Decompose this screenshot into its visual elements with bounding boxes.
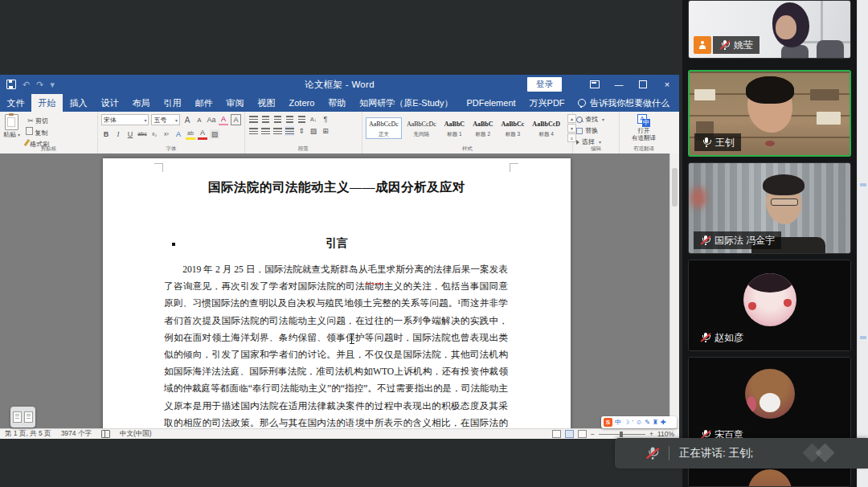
style-normal[interactable]: AaBbCcDc正文 bbox=[366, 117, 402, 139]
decrease-indent-icon[interactable] bbox=[285, 114, 294, 124]
font-color-button[interactable]: A bbox=[198, 128, 207, 140]
tab-zotero[interactable]: Zotero bbox=[282, 94, 321, 112]
ime-emoji-icon[interactable]: ☺ bbox=[636, 419, 642, 426]
tab-design[interactable]: 设计 bbox=[94, 94, 125, 112]
youdao-translate-button[interactable]: A中 打开有道翻译 bbox=[623, 114, 665, 141]
change-case-icon[interactable]: Aa bbox=[207, 115, 216, 125]
clear-formatting-icon[interactable]: A bbox=[219, 114, 228, 125]
shading-icon[interactable]: ▨ bbox=[309, 126, 318, 136]
copy-button[interactable]: 复制 bbox=[26, 127, 49, 137]
numbering-icon[interactable] bbox=[260, 114, 270, 124]
tab-mailings[interactable]: 邮件 bbox=[188, 94, 219, 112]
character-border-icon[interactable]: A bbox=[231, 114, 241, 125]
close-button[interactable]: × bbox=[655, 75, 679, 94]
redo-icon[interactable]: ↷ bbox=[36, 80, 43, 90]
read-mode-icon[interactable] bbox=[552, 430, 561, 438]
style-heading4[interactable]: AaBbCcD标题 4 bbox=[529, 117, 563, 139]
language-indicator[interactable]: 中文(中国) bbox=[120, 429, 152, 439]
save-icon[interactable] bbox=[6, 80, 16, 89]
zoom-slider-handle[interactable] bbox=[620, 432, 623, 437]
underline-button[interactable]: U bbox=[125, 129, 135, 139]
superscript-button[interactable]: x² bbox=[162, 129, 171, 139]
tab-help[interactable]: 帮助 bbox=[321, 94, 353, 112]
multilevel-list-icon[interactable] bbox=[272, 114, 282, 124]
style-heading1[interactable]: AaBbC标题 1 bbox=[441, 117, 468, 139]
borders-icon[interactable]: ⊞ bbox=[321, 126, 330, 136]
italic-button[interactable]: I bbox=[113, 129, 123, 139]
zoom-out-button[interactable]: − bbox=[591, 430, 595, 438]
text-effects-icon[interactable]: A bbox=[174, 129, 183, 139]
ime-skin-icon[interactable]: ♜ bbox=[653, 419, 658, 426]
participant-tile-wangzhao[interactable]: 王钊 bbox=[688, 70, 851, 157]
zoom-in-button[interactable]: + bbox=[649, 430, 653, 438]
participant-tile-yaoying[interactable]: 姚莹 bbox=[688, 0, 851, 59]
grow-font-icon[interactable]: A bbox=[182, 115, 192, 125]
document-canvas[interactable]: 国际法院的司法能动主义——成因分析及应对 引言 2019 年 2 月 25 日，… bbox=[0, 153, 679, 428]
scrollbar-thumb[interactable] bbox=[672, 168, 678, 207]
undo-icon[interactable]: ↶ bbox=[23, 80, 30, 90]
ime-halfwidth-icon[interactable]: ☽ bbox=[624, 419, 629, 426]
justify-icon[interactable] bbox=[285, 126, 294, 136]
align-left-icon[interactable] bbox=[248, 126, 258, 136]
participant-tile-fengjinyu[interactable]: 国际法 冯金宇 bbox=[688, 162, 851, 254]
tab-review[interactable]: 审阅 bbox=[219, 94, 251, 112]
character-shading-icon[interactable]: ▨ bbox=[210, 129, 219, 139]
web-layout-icon[interactable] bbox=[578, 430, 587, 438]
style-no-spacing[interactable]: AaBbCcDc无间隔 bbox=[403, 117, 440, 139]
tab-view[interactable]: 视图 bbox=[251, 94, 282, 112]
sogou-logo-icon[interactable]: S bbox=[604, 418, 612, 427]
paste-button[interactable]: 粘贴▾ bbox=[3, 114, 20, 139]
tab-insert[interactable]: 插入 bbox=[63, 94, 94, 112]
tab-file[interactable]: 文件 bbox=[0, 94, 31, 112]
highlight-color-button[interactable]: ab bbox=[186, 128, 195, 140]
ime-lang-icon[interactable]: 中 bbox=[615, 419, 621, 426]
minimize-button[interactable]: — bbox=[607, 75, 631, 94]
bold-button[interactable]: B bbox=[101, 129, 111, 139]
style-heading2[interactable]: AaBbC标题 2 bbox=[469, 117, 496, 139]
print-layout-icon[interactable] bbox=[565, 430, 574, 438]
align-right-icon[interactable] bbox=[272, 126, 282, 136]
word-count[interactable]: 3974 个字 bbox=[61, 429, 92, 439]
find-button[interactable]: 查找▾ bbox=[576, 115, 616, 124]
replace-button[interactable]: 替换 bbox=[576, 126, 616, 135]
strikethrough-button[interactable]: abc bbox=[137, 129, 147, 139]
cut-button[interactable]: ✂剪切 bbox=[26, 116, 49, 125]
style-heading3[interactable]: AaBbCc标题 3 bbox=[497, 117, 527, 139]
increase-indent-icon[interactable] bbox=[297, 114, 306, 124]
restore-button[interactable] bbox=[631, 75, 655, 94]
ribbon-group-paragraph: A↓ ¶ ⇕ ▨ ⊞ 段落 bbox=[245, 112, 362, 153]
proofing-icon[interactable] bbox=[101, 430, 110, 438]
ime-pen-icon[interactable]: ✎ bbox=[645, 419, 650, 426]
align-center-icon[interactable] bbox=[260, 126, 270, 136]
tab-home[interactable]: 开始 bbox=[31, 94, 63, 112]
font-size-combobox[interactable]: 五号▾ bbox=[151, 114, 180, 125]
bullets-icon[interactable] bbox=[248, 114, 258, 124]
floating-page-widget[interactable] bbox=[10, 407, 35, 428]
zoom-slider[interactable] bbox=[599, 434, 645, 435]
ime-punctuation-icon[interactable]: ’ bbox=[632, 419, 633, 426]
shrink-font-icon[interactable]: A bbox=[194, 115, 204, 125]
vertical-scrollbar[interactable] bbox=[669, 153, 679, 428]
sort-icon[interactable]: A↓ bbox=[309, 114, 318, 124]
tab-cnki-estudy[interactable]: 知网研学（原E-Study） bbox=[353, 94, 460, 112]
ime-toolbar[interactable]: S 中 ☽ ’ ☺ ✎ ♜ ✚ bbox=[601, 416, 677, 428]
page-indicator[interactable]: 第 1 页, 共 5 页 bbox=[5, 429, 51, 439]
tab-pdfelement[interactable]: PDFelement bbox=[460, 94, 522, 112]
mic-muted-icon[interactable] bbox=[645, 446, 658, 460]
participant-tile-songbaizhang[interactable]: 宋百章 bbox=[688, 357, 851, 448]
zoom-level[interactable]: 110% bbox=[657, 430, 674, 438]
show-marks-icon[interactable]: ¶ bbox=[321, 114, 330, 124]
signin-button[interactable]: 登录 bbox=[527, 77, 562, 92]
participant-tile-zhaoruyan[interactable]: 赵如彦 bbox=[688, 260, 851, 351]
ime-toolbox-icon[interactable]: ✚ bbox=[661, 419, 666, 426]
subscript-button[interactable]: x₂ bbox=[149, 129, 159, 139]
font-name-combobox[interactable]: 宋体▾ bbox=[101, 114, 149, 125]
tell-me-box[interactable]: 告诉我你想要做什么 bbox=[571, 94, 676, 112]
tab-layout[interactable]: 布局 bbox=[125, 94, 157, 112]
tab-references[interactable]: 引用 bbox=[157, 94, 188, 112]
qat-customize-icon[interactable]: ▾ bbox=[50, 80, 55, 90]
ribbon-display-options-button[interactable] bbox=[583, 75, 607, 94]
tab-wondershare-pdf[interactable]: 万兴PDF bbox=[522, 94, 571, 112]
line-spacing-icon[interactable]: ⇕ bbox=[297, 126, 306, 136]
document-page[interactable]: 国际法院的司法能动主义——成因分析及应对 引言 2019 年 2 月 25 日，… bbox=[103, 158, 571, 428]
